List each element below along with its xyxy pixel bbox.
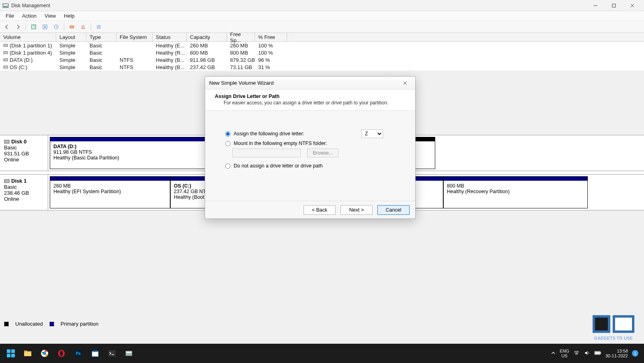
partition-box[interactable]: DATA (D:)911.98 GB NTFSHealthy (Basic Da… <box>50 137 206 169</box>
dialog-title: New Simple Volume Wizard <box>209 80 399 86</box>
refresh-icon[interactable] <box>29 22 38 31</box>
menu-file[interactable]: File <box>2 12 18 20</box>
wifi-icon[interactable] <box>573 350 580 357</box>
svg-rect-32 <box>11 354 15 357</box>
menubar: File Action View Help <box>0 11 644 21</box>
legend-primary: Primary partition <box>61 321 99 327</box>
col-layout[interactable]: Layout <box>56 33 86 41</box>
help-icon[interactable]: ? <box>52 22 61 31</box>
svg-rect-17 <box>4 44 8 47</box>
titlebar: Disk Management <box>0 0 644 11</box>
menu-help[interactable]: Help <box>60 12 79 20</box>
col-status[interactable]: Status <box>153 33 187 41</box>
watermark-logo: GADGETS TO USE <box>589 314 638 341</box>
browse-button: Browse... <box>307 149 338 157</box>
svg-rect-1 <box>4 4 8 6</box>
minimize-button[interactable] <box>586 0 605 11</box>
disk-label: Disk 1Basic238.46 GBOnline <box>0 175 48 210</box>
volume-row[interactable]: (Disk 1 partition 4)SimpleBasicHealthy (… <box>0 49 644 56</box>
maximize-button[interactable] <box>605 0 623 11</box>
svg-rect-46 <box>126 353 131 355</box>
opera-icon[interactable] <box>53 345 70 362</box>
svg-rect-34 <box>24 351 27 352</box>
properties-icon[interactable] <box>41 22 49 31</box>
list-icon[interactable] <box>94 22 103 31</box>
separator <box>26 23 26 31</box>
menu-action[interactable]: Action <box>18 12 41 20</box>
svg-text:Ps: Ps <box>76 351 81 356</box>
taskbar: Ps ENG US 13:58 30-11-2022 1 <box>0 344 644 363</box>
volume-icon[interactable] <box>584 350 590 357</box>
svg-rect-21 <box>4 140 9 143</box>
volume-row[interactable]: OS (C:)SimpleBasicNTFSHealthy (B...237.4… <box>0 63 644 71</box>
back-button[interactable]: < Back <box>304 205 336 215</box>
settings-icon[interactable] <box>79 22 88 31</box>
radio-assign-letter[interactable] <box>225 131 230 137</box>
dialog-heading: Assign Drive Letter or Path <box>215 94 406 99</box>
col-capacity[interactable]: Capacity <box>187 33 227 41</box>
next-button[interactable]: Next > <box>340 205 373 215</box>
menu-view[interactable]: View <box>41 12 60 20</box>
svg-rect-16 <box>97 27 101 29</box>
volume-row[interactable]: (Disk 1 partition 1)SimpleBasicHealthy (… <box>0 42 644 49</box>
disk-management-icon[interactable] <box>120 345 137 362</box>
legend: Unallocated Primary partition <box>4 321 98 327</box>
file-explorer-icon[interactable] <box>19 345 36 362</box>
drive-letter-select[interactable]: Z <box>361 129 383 138</box>
tray-expand-icon[interactable] <box>551 351 556 357</box>
mount-path-input <box>232 149 301 157</box>
forward-icon[interactable] <box>14 22 22 31</box>
partition-box[interactable]: 260 MBHealthy (EFI System Partition) <box>50 176 170 208</box>
battery-icon[interactable] <box>594 351 601 357</box>
col-filesystem[interactable]: File System <box>116 33 153 41</box>
volume-row[interactable]: DATA (D:)SimpleBasicNTFSHealthy (B...911… <box>0 56 644 63</box>
window-title: Disk Management <box>11 3 586 8</box>
svg-rect-15 <box>97 25 101 27</box>
partition-box[interactable]: 800 MBHealthy (Recovery Partition) <box>443 176 588 208</box>
cancel-button[interactable]: Cancel <box>377 205 410 215</box>
col-type[interactable]: Type <box>86 33 116 41</box>
swatch-primary <box>49 322 54 326</box>
chrome-icon[interactable] <box>36 345 53 362</box>
clock[interactable]: 13:58 30-11-2022 <box>605 349 628 358</box>
disk-label: Disk 0Basic931.51 GBOnline <box>0 135 48 171</box>
language-indicator[interactable]: ENG US <box>560 349 569 358</box>
col-freespace[interactable]: Free Sp... <box>227 33 255 41</box>
svg-rect-19 <box>4 59 8 61</box>
notification-badge[interactable]: 1 <box>632 350 638 357</box>
svg-rect-7 <box>32 25 36 29</box>
photoshop-icon[interactable]: Ps <box>70 345 87 362</box>
svg-rect-41 <box>92 351 98 357</box>
radio-no-assign[interactable] <box>225 163 230 169</box>
app-icon <box>2 2 9 9</box>
svg-rect-26 <box>595 318 608 330</box>
back-icon[interactable] <box>2 22 11 31</box>
close-button[interactable] <box>623 0 642 11</box>
radio-mount-folder[interactable] <box>225 141 230 146</box>
svg-rect-45 <box>126 352 131 353</box>
action-icon[interactable] <box>67 22 76 31</box>
label-assign-letter: Assign the following drive letter: <box>234 131 304 137</box>
legend-unallocated: Unallocated <box>15 321 43 327</box>
dialog-close-button[interactable] <box>399 78 411 88</box>
terminal-icon[interactable] <box>104 345 120 362</box>
store-icon[interactable] <box>87 345 104 362</box>
svg-rect-2 <box>4 6 8 7</box>
col-volume[interactable]: Volume <box>0 33 56 41</box>
dialog-subheading: For easier access, you can assign a driv… <box>215 100 406 106</box>
svg-rect-49 <box>595 352 600 354</box>
svg-rect-14 <box>70 26 74 28</box>
label-mount-folder: Mount in the following empty NTFS folder… <box>234 141 327 146</box>
svg-rect-28 <box>615 318 632 330</box>
col-pctfree[interactable]: % Free <box>255 33 287 41</box>
svg-text:?: ? <box>55 25 57 29</box>
volume-list: (Disk 1 partition 1)SimpleBasicHealthy (… <box>0 42 644 71</box>
label-no-assign: Do not assign a drive letter or drive pa… <box>234 163 323 169</box>
svg-rect-4 <box>612 4 615 7</box>
toolbar: ? <box>0 21 644 33</box>
svg-point-38 <box>60 351 63 356</box>
svg-rect-43 <box>108 350 116 357</box>
start-button[interactable] <box>2 345 19 362</box>
swatch-unallocated <box>4 322 9 326</box>
separator <box>64 23 64 31</box>
